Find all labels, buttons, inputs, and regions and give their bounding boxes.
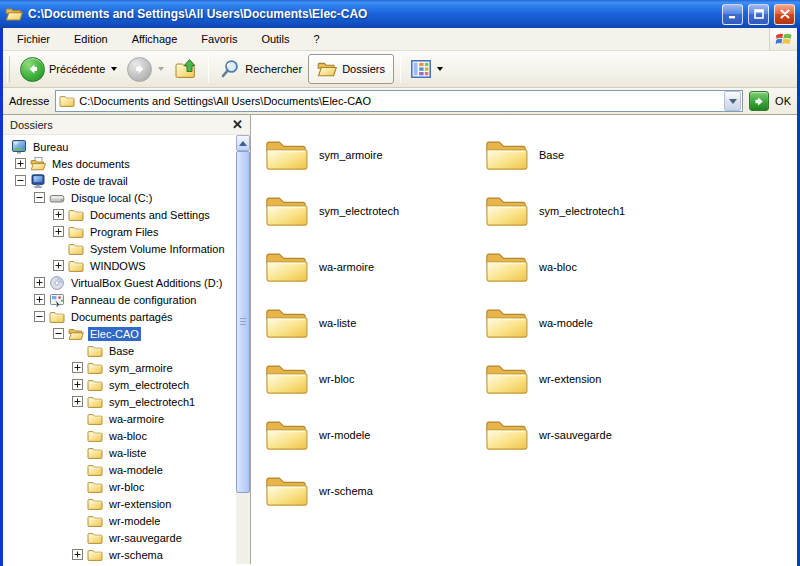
tree-item[interactable]: System Volume Information xyxy=(3,240,236,257)
tree-item[interactable]: sym_armoire xyxy=(3,359,236,376)
tree-item[interactable]: Mes documents xyxy=(3,155,236,172)
tree-item[interactable]: VirtualBox Guest Additions (D:) xyxy=(3,274,236,291)
address-input[interactable]: C:\Documents and Settings\All Users\Docu… xyxy=(79,95,720,107)
title-bar[interactable]: C:\Documents and Settings\All Users\Docu… xyxy=(0,0,800,28)
folder-tile[interactable]: wr-schema xyxy=(263,463,483,519)
tree-expander-minus[interactable] xyxy=(34,192,45,203)
tree-item[interactable]: Panneau de configuration xyxy=(3,291,236,308)
tree-item-label[interactable]: wa-bloc xyxy=(107,429,149,443)
tree-item[interactable]: wr-schema xyxy=(3,546,236,563)
folder-tile-label[interactable]: wa-bloc xyxy=(539,261,577,273)
tree-expander-plus[interactable] xyxy=(53,226,64,237)
close-button[interactable] xyxy=(774,4,795,25)
tree-scrollbar[interactable] xyxy=(236,135,250,564)
tree-item-label[interactable]: wa-modele xyxy=(107,463,165,477)
views-button[interactable] xyxy=(407,58,447,80)
tree-item-label[interactable]: VirtualBox Guest Additions (D:) xyxy=(69,276,224,290)
folder-tile-label[interactable]: Base xyxy=(539,149,564,161)
menu-item[interactable]: Affichage xyxy=(122,28,188,50)
forward-button[interactable] xyxy=(123,55,168,84)
tree-item[interactable]: wr-modele xyxy=(3,512,236,529)
menu-item[interactable]: Edition xyxy=(64,28,118,50)
address-dropdown-button[interactable] xyxy=(724,91,741,111)
tree-item[interactable]: Bureau xyxy=(3,138,236,155)
scroll-up-button[interactable] xyxy=(236,135,250,151)
tree-item-label[interactable]: Disque local (C:) xyxy=(69,191,154,205)
tree-item[interactable]: WINDOWS xyxy=(3,257,236,274)
tree-item-label[interactable]: Documents and Settings xyxy=(88,208,212,222)
back-dropdown-icon[interactable] xyxy=(111,67,117,71)
tree-item[interactable]: wr-bloc xyxy=(3,478,236,495)
tree-expander-plus[interactable] xyxy=(15,158,26,169)
folder-tile[interactable]: wr-extension xyxy=(483,351,703,407)
tree-item-label[interactable]: Poste de travail xyxy=(50,174,130,188)
tree-item[interactable]: Poste de travail xyxy=(3,172,236,189)
views-dropdown-icon[interactable] xyxy=(437,67,443,71)
tree-item[interactable]: wr-sauvegarde xyxy=(3,529,236,546)
tree-item-label[interactable]: Base xyxy=(107,344,136,358)
folder-tile[interactable]: wa-armoire xyxy=(263,239,483,295)
back-button[interactable]: Précédente xyxy=(16,55,121,84)
tree-expander-plus[interactable] xyxy=(34,277,45,288)
tree-item-label[interactable]: wr-bloc xyxy=(107,480,146,494)
folder-tile-label[interactable]: wa-liste xyxy=(319,317,356,329)
tree-item[interactable]: Elec-CAO xyxy=(3,325,236,342)
tree-item-label[interactable]: wa-liste xyxy=(107,446,148,460)
tree-item-label[interactable]: Mes documents xyxy=(50,157,132,171)
tree-item-label[interactable]: Bureau xyxy=(31,140,70,154)
tree-item[interactable]: Disque local (C:) xyxy=(3,189,236,206)
tree-item[interactable]: wa-liste xyxy=(3,444,236,461)
scrollbar-thumb[interactable] xyxy=(236,151,250,493)
address-combo[interactable]: C:\Documents and Settings\All Users\Docu… xyxy=(55,90,743,112)
tree-expander-plus[interactable] xyxy=(72,396,83,407)
tree-item[interactable]: sym_electrotech1 xyxy=(3,393,236,410)
tree-item[interactable]: wa-armoire xyxy=(3,410,236,427)
folder-tile-label[interactable]: wr-extension xyxy=(539,373,601,385)
tree-expander-minus[interactable] xyxy=(34,311,45,322)
folder-tile[interactable]: sym_armoire xyxy=(263,127,483,183)
menu-item[interactable]: Favoris xyxy=(191,28,247,50)
forward-dropdown-icon[interactable] xyxy=(158,67,164,71)
tree-item-label[interactable]: Documents partagés xyxy=(69,310,175,324)
folder-tile-label[interactable]: sym_armoire xyxy=(319,149,383,161)
tree-item-label[interactable]: wa-armoire xyxy=(107,412,166,426)
folder-tile-label[interactable]: wa-modele xyxy=(539,317,593,329)
tree-expander-plus[interactable] xyxy=(53,209,64,220)
tree-item[interactable]: Program Files xyxy=(3,223,236,240)
folder-tile-label[interactable]: wr-bloc xyxy=(319,373,354,385)
tree-expander-plus[interactable] xyxy=(53,260,64,271)
tree-expander-plus[interactable] xyxy=(72,549,83,560)
tree-item-label[interactable]: wr-modele xyxy=(107,514,162,528)
tree-item-label[interactable]: System Volume Information xyxy=(88,242,227,256)
folder-tile-label[interactable]: sym_electrotech1 xyxy=(539,205,625,217)
folder-tile[interactable]: wa-modele xyxy=(483,295,703,351)
toolbar-grip[interactable] xyxy=(7,56,10,82)
tree-item-label[interactable]: wr-schema xyxy=(107,548,165,562)
folder-tile-label[interactable]: wr-modele xyxy=(319,429,370,441)
menu-item[interactable]: ? xyxy=(304,28,330,50)
tree-item-label[interactable]: sym_electrotech xyxy=(107,378,191,392)
tree-item-label[interactable]: wr-sauvegarde xyxy=(107,531,184,545)
tree-item[interactable]: Documents partagés xyxy=(3,308,236,325)
folder-tile[interactable]: wr-sauvegarde xyxy=(483,407,703,463)
up-button[interactable] xyxy=(170,55,202,83)
tree-expander-plus[interactable] xyxy=(72,379,83,390)
folder-tile-label[interactable]: wr-sauvegarde xyxy=(539,429,612,441)
search-button[interactable]: Rechercher xyxy=(215,56,306,82)
tree-item-label[interactable]: sym_electrotech1 xyxy=(107,395,197,409)
tree-expander-minus[interactable] xyxy=(53,328,64,339)
folders-button[interactable]: Dossiers xyxy=(308,54,394,84)
folders-pane-close-icon[interactable]: ✕ xyxy=(232,118,243,131)
tree-item-label[interactable]: Panneau de configuration xyxy=(69,293,198,307)
folder-tile[interactable]: wa-liste xyxy=(263,295,483,351)
tree-item[interactable]: wr-extension xyxy=(3,495,236,512)
tree-item-label[interactable]: Elec-CAO xyxy=(88,327,141,341)
tree-item[interactable]: wa-modele xyxy=(3,461,236,478)
menu-item[interactable]: Outils xyxy=(251,28,299,50)
folder-tile[interactable]: wa-bloc xyxy=(483,239,703,295)
tree-item-label[interactable]: wr-extension xyxy=(107,497,173,511)
maximize-button[interactable] xyxy=(748,4,769,25)
tree-expander-plus[interactable] xyxy=(72,362,83,373)
folder-tile-label[interactable]: wa-armoire xyxy=(319,261,374,273)
folder-tile[interactable]: wr-bloc xyxy=(263,351,483,407)
